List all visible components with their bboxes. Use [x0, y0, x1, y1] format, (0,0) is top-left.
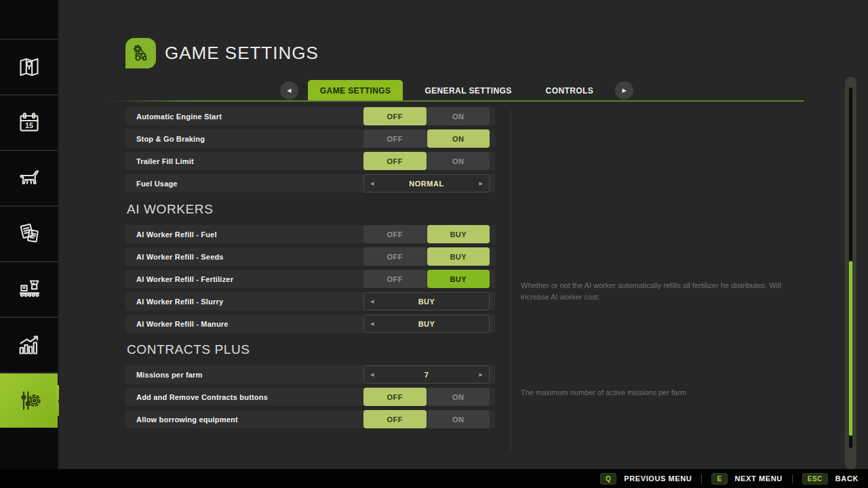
previous-menu-label[interactable]: PREVIOUS MENU [624, 474, 692, 483]
key-q-badge: Q [600, 473, 616, 485]
toggle-option-off[interactable]: OFF [363, 129, 427, 148]
footer-bar: Q PREVIOUS MENU E NEXT MENU ESC BACK [0, 469, 868, 488]
animals-icon [16, 165, 43, 192]
value-selector: ◀BUY [363, 292, 490, 310]
toggle-option-off[interactable]: OFF [363, 225, 427, 243]
toggle-control: OFFON [363, 152, 490, 170]
tab-general-settings[interactable]: GENERAL SETTINGS [412, 80, 524, 101]
arrow-right-icon: ▶ [623, 88, 627, 94]
setting-row: AI Worker Refill - FuelOFFBUY [125, 225, 495, 243]
toggle-control: OFFON [363, 129, 490, 148]
tab-underline [110, 100, 804, 102]
toggle-option-buy[interactable]: BUY [427, 270, 490, 288]
setting-label: Fuel Usage [125, 180, 363, 188]
key-e-badge: E [711, 473, 727, 485]
setting-description-fertilizer: Whether or not the AI worker automatical… [521, 280, 787, 302]
toggle-option-on[interactable]: ON [427, 107, 490, 125]
next-menu-label[interactable]: NEXT MENU [735, 474, 783, 483]
setting-row: Missions per farm◀7▶ [125, 365, 495, 384]
setting-label: AI Worker Refill - Seeds [125, 253, 363, 261]
toggle-option-buy[interactable]: BUY [427, 247, 490, 266]
toggle-option-off[interactable]: OFF [363, 270, 427, 288]
toggle-option-on[interactable]: ON [427, 410, 490, 428]
sidebar-item-calendar[interactable]: 15 [0, 94, 58, 150]
setting-row: AI Worker Refill - FertilizerOFFBUY [125, 270, 495, 288]
sidebar-spacer [0, 0, 58, 39]
value-selector: ◀BUY [363, 314, 490, 333]
setting-row: AI Worker Refill - Manure◀BUY [125, 314, 495, 333]
tab-game-settings[interactable]: GAME SETTINGS [308, 80, 403, 101]
toggle-control: OFFBUY [363, 225, 490, 243]
toggle-option-off[interactable]: OFF [363, 107, 427, 125]
setting-label: Missions per farm [125, 371, 363, 379]
setting-label: Add and Remove Contracts buttons [125, 393, 363, 401]
toggle-option-buy[interactable]: BUY [427, 225, 490, 243]
selector-value: 7 [364, 366, 489, 383]
toggle-option-on[interactable]: ON [427, 129, 490, 148]
tab-bar: ◀ GAME SETTINGS GENERAL SETTINGS CONTROL… [59, 80, 854, 101]
contracts-icon [16, 220, 43, 247]
arrow-right-icon[interactable]: ▶ [479, 181, 483, 186]
column-divider [511, 110, 511, 451]
key-esc-badge: ESC [802, 473, 828, 485]
section-title: AI WORKERS [127, 202, 495, 217]
page-title: GAME SETTINGS [165, 43, 319, 64]
setting-row: Allow borrowing equipmentOFFON [125, 410, 495, 428]
sidebar: 15▶ [0, 0, 59, 469]
toggle-control: OFFON [363, 107, 490, 125]
value-selector: ◀NORMAL▶ [363, 174, 490, 192]
setting-row: Add and Remove Contracts buttonsOFFON [125, 388, 495, 406]
tabs-next-button[interactable]: ▶ [615, 81, 633, 100]
selector-value: BUY [364, 293, 489, 310]
sidebar-item-animals[interactable] [0, 150, 58, 205]
sidebar-item-map[interactable] [0, 39, 58, 94]
selector-value: NORMAL [364, 175, 489, 192]
toggle-control: OFFON [363, 410, 490, 428]
toggle-option-off[interactable]: OFF [363, 247, 427, 266]
toggle-option-off[interactable]: OFF [363, 410, 427, 428]
toggle-option-off[interactable]: OFF [363, 388, 427, 406]
section-title: CONTRACTS PLUS [127, 342, 495, 357]
sidebar-item-contracts[interactable] [0, 205, 58, 261]
tabs-previous-button[interactable]: ◀ [280, 81, 298, 100]
setting-label: Allow borrowing equipment [125, 415, 363, 424]
setting-label: AI Worker Refill - Fertilizer [125, 275, 363, 283]
setting-label: Stop & Go Braking [125, 135, 363, 143]
setting-label: AI Worker Refill - Fuel [125, 230, 363, 239]
arrow-right-icon[interactable]: ▶ [479, 372, 483, 378]
toggle-option-off[interactable]: OFF [363, 152, 427, 170]
tab-controls[interactable]: CONTROLS [534, 80, 606, 101]
setting-row: Automatic Engine StartOFFON [125, 107, 495, 125]
value-selector: ◀7▶ [363, 365, 490, 384]
settings-list: Automatic Engine StartOFFONStop & Go Bra… [125, 107, 495, 432]
back-label[interactable]: BACK [835, 474, 859, 483]
setting-row: Trailer Fill LimitOFFON [125, 152, 495, 170]
sidebar-item-statistics[interactable] [0, 317, 58, 372]
sidebar-item-production[interactable] [0, 261, 58, 317]
setting-label: AI Worker Refill - Manure [125, 320, 363, 328]
setting-description-missions: The maximum number of active missions pe… [521, 387, 787, 399]
arrow-left-icon: ◀ [287, 88, 291, 94]
setting-row: Fuel Usage◀NORMAL▶ [125, 174, 495, 192]
toggle-control: OFFBUY [363, 247, 490, 266]
map-icon [16, 54, 43, 81]
footer-divider [792, 474, 793, 483]
setting-label: AI Worker Refill - Slurry [125, 298, 363, 306]
statistics-icon [16, 331, 43, 359]
calendar-icon: 15 [16, 109, 43, 136]
setting-row: AI Worker Refill - Slurry◀BUY [125, 292, 495, 310]
game-settings-icon [16, 387, 43, 414]
scrollbar-track[interactable] [849, 87, 852, 448]
setting-label: Trailer Fill Limit [125, 157, 363, 165]
setting-row: Stop & Go BrakingOFFON [125, 129, 495, 148]
svg-text:15: 15 [24, 121, 33, 129]
main-panel: GAME SETTINGS ◀ GAME SETTINGS GENERAL SE… [59, 0, 868, 469]
scrollbar-thumb[interactable] [849, 261, 852, 436]
toggle-control: OFFBUY [363, 270, 490, 288]
toggle-option-on[interactable]: ON [427, 388, 490, 406]
toggle-option-on[interactable]: ON [427, 152, 490, 170]
selector-value: BUY [364, 315, 489, 332]
toggle-control: OFFON [363, 388, 490, 406]
game-settings-app-icon [125, 38, 156, 68]
sidebar-item-game-settings[interactable]: ▶ [0, 372, 58, 428]
